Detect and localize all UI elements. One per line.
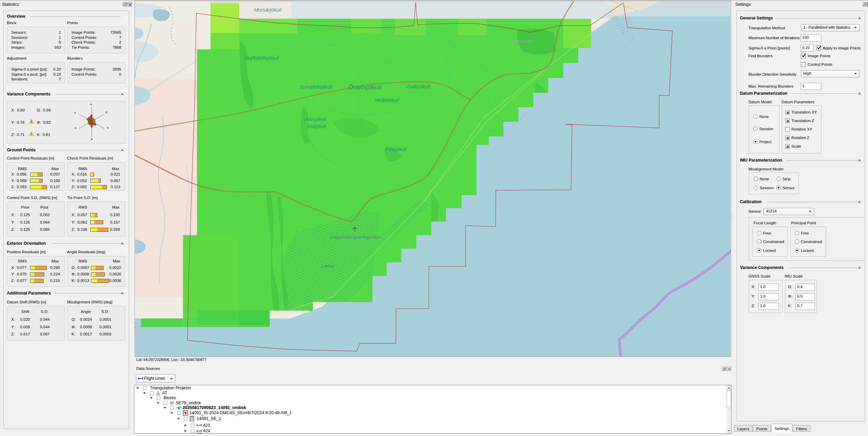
svg-text:Jökulsárlón: Jökulsárlón [511,39,534,44]
svg-text:Virkisjökull: Virkisjökull [304,117,326,122]
svg-text:Hrútárjökull: Hrútárjökull [375,97,400,103]
svg-text:X: X [74,127,77,130]
svg-text:Fjallsjökull: Fjallsjökull [407,84,431,89]
svg-text:Leirur: Leirur [322,263,335,269]
svg-text:Öræfajökull: Öræfajökull [348,84,382,91]
svg-text:Svínafellsjökull: Svínafellsjökull [300,84,332,90]
svg-text:✈: ✈ [351,225,359,231]
svg-text:–Fagurhólsmýrarflugvöllur–: –Fagurhólsmýrarflugvöllur– [328,235,383,240]
svg-text:Falljökull: Falljökull [307,124,326,129]
svg-text:P: P [106,127,109,129]
svg-text:O: O [105,111,108,114]
svg-text:Y: Y [74,112,76,114]
svg-text:Skaftafellsjökull: Skaftafellsjökull [244,55,279,61]
svg-text:Z: Z [90,104,92,105]
svg-text:K: K [91,138,93,140]
svg-text:Morsárjökull: Morsárjökull [254,7,282,13]
svg-text:Kvíárjökull: Kvíárjökull [385,147,407,152]
